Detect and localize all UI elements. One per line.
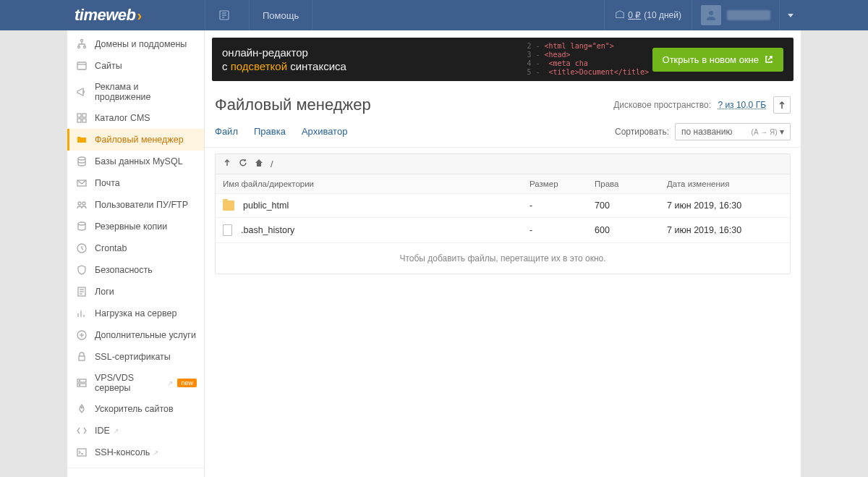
shield-icon (76, 264, 88, 276)
home-button[interactable] (255, 159, 263, 169)
sidebar-item-label: Безопасность (95, 265, 153, 275)
sidebar-item-window[interactable]: Сайты (67, 55, 204, 77)
table-header: Имя файла/директории Размер Права Дата и… (216, 174, 790, 194)
sidebar-item-mail[interactable]: Почта (67, 172, 204, 194)
sidebar-item-log[interactable]: Логи (67, 281, 204, 303)
sidebar-item-users[interactable]: Пользователи ПУ/FTP (67, 194, 204, 216)
user-menu[interactable] (692, 0, 779, 30)
sidebar-item-label: Резервные копии (95, 221, 167, 232)
page-title: Файловый менеджер (215, 96, 371, 114)
editor-banner: онлайн-редактор с подсветкой синтаксиса … (212, 38, 793, 81)
sidebar-item-backup[interactable]: Резервные копии (67, 216, 204, 237)
file-size: - (529, 200, 595, 211)
sidebar-item-label: Домены и поддомены (95, 39, 187, 49)
svg-point-18 (78, 222, 85, 225)
mail-icon (76, 177, 88, 189)
sidebar-item-sitemap[interactable]: Домены и поддомены (67, 33, 204, 55)
sidebar-item-rocket[interactable]: Ускоритель сайтов (67, 398, 204, 420)
sidebar-item-label: Каталог CMS (95, 113, 150, 123)
home-icon (255, 159, 263, 167)
plus-icon (76, 329, 88, 341)
file-date: 7 июн 2019, 16:30 (667, 225, 783, 235)
users-icon (76, 199, 88, 211)
sidebar-item-label: Реклама и продвижение (95, 82, 197, 102)
sidebar-item-plus[interactable]: Дополнительные услуги (67, 324, 204, 346)
refresh-button[interactable] (239, 159, 247, 169)
lock-icon (76, 351, 88, 363)
newspaper-icon (218, 9, 230, 21)
sidebar-item-lock[interactable]: SSL-сертификаты (67, 346, 204, 368)
tab-архиватор[interactable]: Архиватор (302, 122, 348, 141)
new-badge: new (177, 379, 197, 387)
sort-label: Сортировать: (615, 127, 669, 137)
sidebar-item-label: SSH-консоль (95, 447, 150, 457)
svg-rect-13 (82, 119, 86, 122)
disk-space: Дисковое пространство: ? из 10.0 ГБ (613, 100, 766, 110)
file-row[interactable]: .bash_history-6007 июн 2019, 16:30 (216, 218, 790, 243)
clock-icon (76, 242, 88, 254)
sidebar-item-shield[interactable]: Безопасность (67, 259, 204, 281)
help-label: Помощь (263, 10, 299, 21)
sidebar-item-megaphone[interactable]: Реклама и продвижение (67, 77, 204, 107)
sidebar-item-label: SSL-сертификаты (95, 352, 171, 362)
sidebar-item-database[interactable]: Базы данных MySQL (67, 151, 204, 172)
sidebar-item-label: Пользователи ПУ/FTP (95, 200, 188, 210)
svg-rect-31 (77, 379, 86, 382)
up-button[interactable] (223, 159, 231, 169)
sidebar-item-label: Ускоритель сайтов (95, 404, 174, 414)
user-dropdown-toggle[interactable] (779, 0, 801, 30)
logo[interactable]: timeweb› (67, 6, 205, 25)
disk-space-link[interactable]: ? из 10.0 ГБ (718, 100, 766, 110)
sidebar-item-clock[interactable]: Crontab (67, 237, 204, 259)
sidebar-item-label: IDE (95, 426, 110, 436)
svg-point-17 (82, 202, 85, 205)
sidebar-item-server[interactable]: VPS/VDS серверы↗new (67, 368, 204, 398)
sidebar-item-tariff[interactable]: Тариф (67, 473, 204, 477)
svg-rect-32 (77, 384, 86, 387)
svg-rect-10 (77, 114, 81, 117)
banner-text: онлайн-редактор с подсветкой синтаксиса (222, 46, 346, 74)
username (727, 10, 770, 20)
help-button[interactable]: Помощь (250, 0, 312, 30)
tab-правка[interactable]: Правка (254, 122, 286, 141)
sidebar-item-label: Логи (95, 287, 114, 297)
svg-point-34 (80, 385, 80, 386)
sidebar-item-code[interactable]: IDE↗ (67, 420, 204, 442)
svg-rect-30 (79, 356, 85, 360)
sidebar-item-label: Crontab (95, 243, 127, 253)
sidebar-item-grid[interactable]: Каталог CMS (67, 107, 204, 129)
sidebar-item-label: VPS/VDS серверы (95, 373, 164, 393)
window-icon (76, 60, 88, 72)
drop-hint: Чтобы добавить файлы, перетащите их в эт… (216, 243, 790, 274)
chart-icon (76, 308, 88, 319)
tab-файл[interactable]: Файл (215, 122, 238, 141)
svg-rect-12 (77, 119, 81, 122)
sidebar-item-label: Дополнительные услуги (95, 330, 196, 340)
news-button[interactable] (205, 0, 250, 30)
avatar (701, 5, 721, 25)
svg-point-33 (80, 381, 80, 381)
balance-display[interactable]: 0 ₽ (10 дней) (604, 0, 692, 30)
svg-point-5 (81, 40, 83, 42)
server-icon (76, 377, 88, 389)
external-link-icon (765, 55, 773, 64)
file-perm: 600 (595, 225, 667, 235)
wallet-icon (615, 10, 625, 20)
terminal-icon (76, 447, 88, 458)
sort-dropdown[interactable]: по названию (А → Я) ▾ (675, 123, 791, 140)
file-size: - (529, 225, 595, 235)
file-perm: 700 (595, 200, 667, 211)
backup-icon (76, 221, 88, 232)
code-preview: 2 -<html lang="en">3 -<head>4 - <meta ch… (527, 42, 649, 77)
open-editor-button[interactable]: Открыть в новом окне (652, 48, 783, 72)
svg-rect-11 (82, 114, 86, 117)
sidebar-item-terminal[interactable]: SSH-консоль↗ (67, 442, 204, 463)
svg-point-6 (78, 46, 80, 48)
current-path: / (271, 159, 273, 169)
file-row[interactable]: public_html-7007 июн 2019, 16:30 (216, 194, 790, 218)
sidebar-item-folder[interactable]: Файловый менеджер (67, 129, 204, 151)
sidebar-item-chart[interactable]: Нагрузка на сервер (67, 303, 204, 324)
upload-button[interactable] (773, 96, 791, 114)
folder-icon (223, 200, 234, 211)
code-icon (76, 425, 88, 436)
